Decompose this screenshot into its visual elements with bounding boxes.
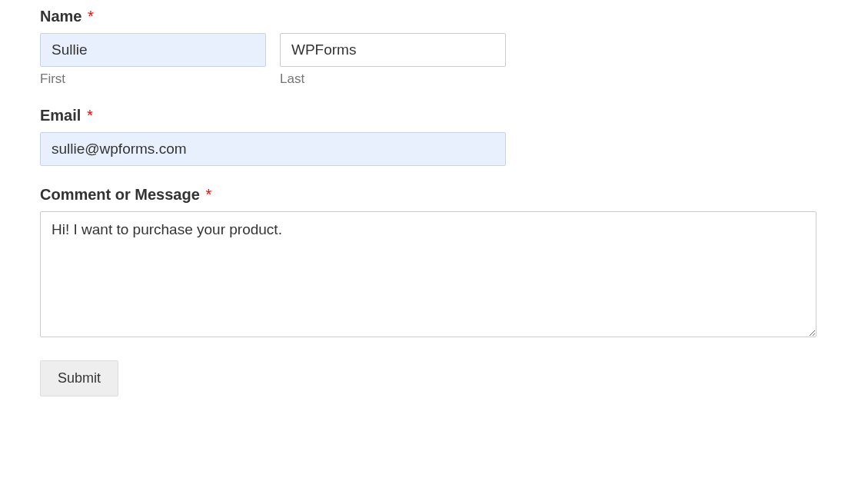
name-pair: First Last: [40, 33, 818, 87]
submit-button[interactable]: Submit: [40, 360, 118, 396]
email-label: Email *: [40, 107, 818, 124]
last-name-input[interactable]: [280, 33, 506, 67]
name-label: Name *: [40, 8, 818, 25]
message-field-block: Comment or Message *: [40, 186, 818, 340]
required-asterisk: *: [88, 8, 94, 25]
required-asterisk: *: [205, 186, 211, 203]
last-name-column: Last: [280, 33, 506, 87]
message-label-text: Comment or Message: [40, 186, 200, 203]
name-field-block: Name * First Last: [40, 8, 818, 87]
first-name-input[interactable]: [40, 33, 266, 67]
required-asterisk: *: [87, 107, 93, 124]
email-field-block: Email *: [40, 107, 818, 166]
email-label-text: Email: [40, 107, 81, 124]
last-name-sublabel: Last: [280, 71, 506, 87]
contact-form: Name * First Last Email * Comment or Mes…: [40, 8, 818, 396]
name-label-text: Name: [40, 8, 81, 25]
email-input[interactable]: [40, 132, 506, 166]
first-name-column: First: [40, 33, 266, 87]
message-textarea[interactable]: [40, 211, 816, 337]
message-label: Comment or Message *: [40, 186, 818, 204]
first-name-sublabel: First: [40, 71, 266, 87]
